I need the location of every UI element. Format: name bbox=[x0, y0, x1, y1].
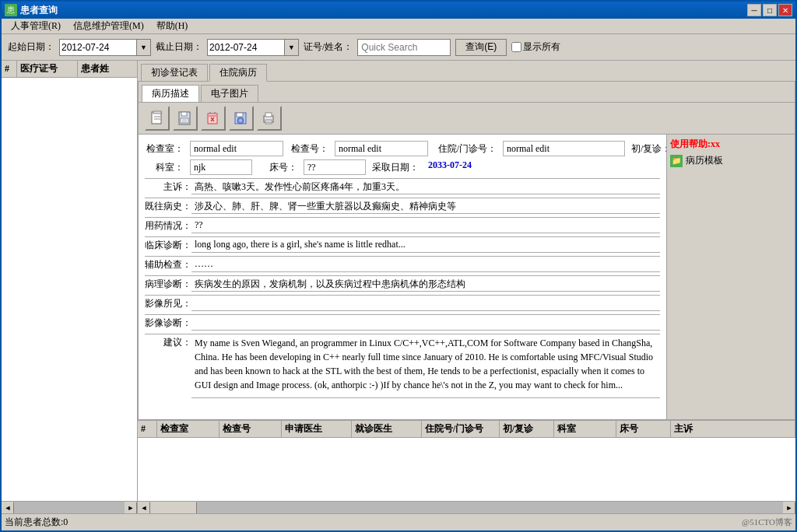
exam-room-label: 检查室： bbox=[145, 142, 184, 156]
end-date-label: 截止日期： bbox=[156, 40, 202, 54]
form-panel: 检查室： 检查号： 住院/门诊号： 初/复诊： bbox=[139, 102, 795, 419]
chief-label: 主诉： bbox=[145, 180, 191, 194]
form-toolbar bbox=[139, 103, 795, 135]
imaging-diag-value bbox=[191, 317, 660, 331]
bottom-panel: # 检查室 检查号 申请医生 就诊医生 住院号/门诊号 初/复诊 科室 床号 主… bbox=[138, 420, 795, 513]
date-label: 采取日期： bbox=[372, 161, 419, 174]
auxiliary-label: 辅助检查： bbox=[145, 258, 191, 272]
template-icon: 📁 bbox=[670, 155, 683, 167]
visit-type-label: 初/复诊： bbox=[631, 142, 666, 156]
col-type-hdr: 初/复诊 bbox=[500, 421, 554, 437]
tab-content: 病历描述 电子图片 bbox=[138, 81, 795, 420]
col-bed-hdr: 床号 bbox=[616, 421, 671, 437]
col-cert-header: 医疗证号 bbox=[17, 61, 78, 77]
scroll-track[interactable] bbox=[150, 502, 783, 514]
exam-code-input[interactable] bbox=[335, 141, 428, 156]
row-history: 既往病史： 涉及心、肺、肝、脾、肾一些重大脏器以及癫痫史、精神病史等 bbox=[145, 200, 660, 214]
form-body: 检查室： 检查号： 住院/门诊号： 初/复诊： bbox=[139, 135, 666, 419]
imaging-diag-label: 影像诊断： bbox=[145, 317, 191, 331]
start-date-input[interactable] bbox=[59, 39, 137, 56]
main-window: 患 患者查询 ─ □ ✕ 人事管理(R) 信息维护管理(M) 帮助(H) 起始日… bbox=[0, 0, 797, 532]
clinical-label: 临床诊断： bbox=[145, 239, 191, 253]
scroll-right-btn[interactable]: ► bbox=[783, 502, 795, 514]
row-exam: 检查室： 检查号： 住院/门诊号： 初/复诊： bbox=[145, 141, 660, 156]
row-medication: 用药情况： ?? bbox=[145, 219, 660, 233]
help-item-template[interactable]: 📁 病历模板 bbox=[670, 154, 792, 167]
list-header: # 医疗证号 患者姓 bbox=[2, 61, 137, 78]
help-title: 使用帮助:xx bbox=[670, 138, 792, 151]
watermark: @51CTO博客 bbox=[742, 516, 792, 528]
dept-input[interactable] bbox=[190, 159, 252, 175]
new-button[interactable] bbox=[145, 106, 170, 131]
chief-value: 高热、咳嗽3天。发作性心前区疼痛4年，加重3天。 bbox=[191, 180, 660, 194]
template-label: 病历模板 bbox=[686, 154, 723, 167]
tab-electronic-image[interactable]: 电子图片 bbox=[201, 85, 258, 102]
start-date-dropdown[interactable]: ▼ bbox=[137, 39, 151, 56]
menu-info-mgmt[interactable]: 信息维护管理(M) bbox=[67, 18, 150, 34]
imaging-findings-label: 影像所见： bbox=[145, 297, 191, 311]
hosp-label: 住院/门诊号： bbox=[434, 142, 497, 156]
history-label: 既往病史： bbox=[145, 200, 191, 214]
save-button[interactable] bbox=[173, 106, 198, 131]
show-all-label[interactable]: 显示所有 bbox=[511, 40, 560, 54]
end-date-input[interactable] bbox=[207, 39, 285, 56]
row-imaging-findings: 影像所见： bbox=[145, 297, 660, 311]
minimize-button[interactable]: ─ bbox=[747, 4, 761, 16]
start-date-label: 起始日期： bbox=[8, 40, 54, 54]
row-clinical: 临床诊断： long long ago, there is a girl, sh… bbox=[145, 239, 660, 253]
col-dept-hdr: 科室 bbox=[554, 421, 616, 437]
menu-personnel[interactable]: 人事管理(R) bbox=[5, 18, 67, 34]
pathology-value: 疾病发生的原因，发病机制，以及疾病过程中患病机体的形态结构 bbox=[191, 278, 660, 292]
window-icon: 患 bbox=[5, 4, 17, 16]
col-hosp-hdr: 住院号/门诊号 bbox=[422, 421, 500, 437]
scroll-left-btn[interactable]: ◄ bbox=[138, 502, 150, 514]
svg-rect-6 bbox=[181, 118, 188, 123]
right-panel: 初诊登记表 住院病历 病历描述 电子图片 bbox=[138, 61, 795, 513]
left-scroll-right[interactable]: ► bbox=[125, 502, 137, 514]
col-num-hdr: # bbox=[138, 421, 157, 437]
tab-initial-visit[interactable]: 初诊登记表 bbox=[141, 64, 208, 81]
close-button[interactable]: ✕ bbox=[778, 4, 792, 16]
bed-input[interactable] bbox=[304, 159, 366, 175]
delete-button[interactable] bbox=[201, 106, 226, 131]
print-button[interactable] bbox=[257, 106, 282, 131]
clinical-value: long long ago, there is a girl, she's na… bbox=[191, 239, 660, 253]
main-content: # 医疗证号 患者姓 ◄ ► 初诊登记表 住院病历 病历描述 电 bbox=[2, 61, 795, 513]
col-chief-hdr: 主诉 bbox=[671, 421, 795, 437]
exam-room-input[interactable] bbox=[190, 141, 283, 156]
search-input[interactable] bbox=[357, 39, 451, 56]
svg-rect-5 bbox=[181, 112, 187, 116]
menu-help[interactable]: 帮助(H) bbox=[150, 18, 195, 34]
left-panel-scrollbar: ◄ ► bbox=[2, 501, 137, 513]
svg-point-18 bbox=[239, 119, 242, 122]
disk-button[interactable] bbox=[229, 106, 254, 131]
inner-tab-bar: 病历描述 电子图片 bbox=[139, 82, 795, 102]
col-room-hdr: 检查室 bbox=[157, 421, 219, 437]
left-scroll-left[interactable]: ◄ bbox=[2, 502, 14, 514]
show-all-checkbox[interactable] bbox=[511, 42, 521, 52]
scroll-thumb[interactable] bbox=[150, 502, 197, 514]
date-value: 2033-07-24 bbox=[425, 159, 475, 175]
tab-medical-desc[interactable]: 病历描述 bbox=[142, 85, 199, 103]
history-value: 涉及心、肺、肝、脾、肾一些重大脏器以及癫痫史、精神病史等 bbox=[191, 200, 660, 214]
advice-value: My name is Sven Wiegand, an programmer i… bbox=[191, 336, 660, 398]
col-apply-hdr: 申请医生 bbox=[282, 421, 352, 437]
imaging-findings-value bbox=[191, 297, 660, 311]
svg-rect-20 bbox=[265, 113, 272, 117]
toolbar: 起始日期： ▼ 截止日期： ▼ 证号/姓名： 查询(E) 显示所有 bbox=[2, 34, 795, 61]
dept-label: 科室： bbox=[145, 161, 184, 174]
row-advice: 建议： My name is Sven Wiegand, an programm… bbox=[145, 336, 660, 398]
maximize-button[interactable]: □ bbox=[763, 4, 777, 16]
hosp-input[interactable] bbox=[503, 141, 625, 156]
status-bar: 当前患者总数:0 @51CTO博客 bbox=[2, 513, 795, 530]
right-sidebar: 使用帮助:xx 📁 病历模板 bbox=[666, 135, 795, 419]
tab-inpatient-record[interactable]: 住院病历 bbox=[209, 64, 267, 82]
window-controls: ─ □ ✕ bbox=[747, 4, 792, 16]
patient-list-panel: # 医疗证号 患者姓 ◄ ► bbox=[2, 61, 138, 513]
bed-label: 床号： bbox=[258, 161, 297, 174]
col-num-header: # bbox=[2, 61, 17, 77]
cert-label: 证号/姓名： bbox=[304, 40, 353, 54]
outer-tab-bar: 初诊登记表 住院病历 bbox=[138, 61, 795, 81]
end-date-dropdown[interactable]: ▼ bbox=[285, 39, 299, 56]
query-button[interactable]: 查询(E) bbox=[455, 39, 507, 56]
